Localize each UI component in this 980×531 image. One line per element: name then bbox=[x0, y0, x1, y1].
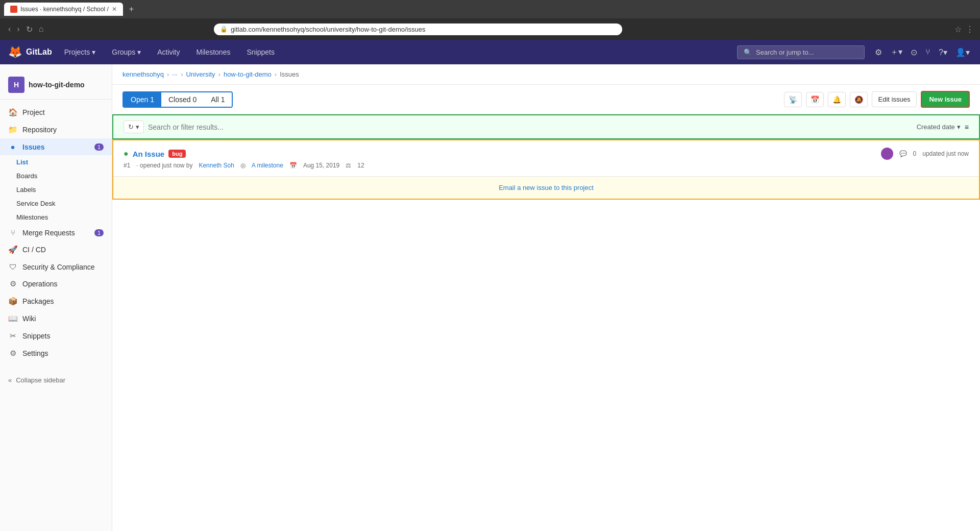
global-search[interactable]: 🔍 Search or jump to... bbox=[737, 45, 865, 59]
packages-icon: 📦 bbox=[8, 297, 17, 306]
sidebar-label-security-compliance: Security & Compliance bbox=[22, 263, 95, 271]
header-actions: 📡 📅 🔔 🔕 Edit issues New issue bbox=[784, 91, 970, 108]
main-content: kennethsohyq › ··· › University › how-to… bbox=[112, 64, 980, 531]
unsubscribe-button[interactable]: 🔕 bbox=[850, 92, 868, 107]
search-placeholder: Search or jump to... bbox=[756, 49, 814, 56]
sidebar-project-name: how-to-git-demo bbox=[29, 81, 85, 89]
nav-activity[interactable]: Activity bbox=[153, 46, 184, 58]
issue-updated-text: updated just now bbox=[922, 150, 969, 157]
tab-closed-label: Closed bbox=[168, 95, 191, 104]
filter-input[interactable] bbox=[148, 123, 913, 131]
issue-meta: #1 · opened just now by Kenneth Soh ◎ A … bbox=[124, 162, 969, 169]
tab-all[interactable]: All 1 bbox=[204, 92, 232, 107]
sidebar-label-packages: Packages bbox=[22, 297, 54, 305]
new-tab-button[interactable]: + bbox=[129, 5, 134, 14]
tab-close-button[interactable]: ✕ bbox=[112, 6, 117, 13]
sidebar-item-cicd[interactable]: 🚀 CI / CD bbox=[0, 241, 112, 258]
operations-icon: ⚙ bbox=[8, 279, 17, 288]
nav-activity-label: Activity bbox=[157, 48, 180, 56]
browser-tab[interactable]: Issues · kennethsohyq / School / ✕ bbox=[4, 3, 123, 16]
sidebar-item-labels[interactable]: Labels bbox=[0, 183, 112, 197]
refresh-chevron: ▾ bbox=[136, 123, 139, 131]
sidebar-item-settings[interactable]: ⚙ Settings bbox=[0, 345, 112, 362]
nav-projects[interactable]: Projects ▾ bbox=[60, 46, 100, 58]
sidebar-item-security-compliance[interactable]: 🛡 Security & Compliance bbox=[0, 258, 112, 275]
nav-user-avatar[interactable]: 👤▾ bbox=[953, 45, 972, 59]
security-icon: 🛡 bbox=[8, 262, 17, 271]
issue-author-link[interactable]: Kenneth Soh bbox=[199, 162, 234, 169]
new-issue-button[interactable]: New issue bbox=[921, 91, 970, 108]
edit-issues-button[interactable]: Edit issues bbox=[872, 91, 917, 107]
forward-button[interactable]: › bbox=[15, 22, 21, 36]
nav-milestones[interactable]: Milestones bbox=[192, 46, 235, 58]
issue-weight: 12 bbox=[357, 162, 364, 169]
calendar-button[interactable]: 📅 bbox=[806, 92, 824, 107]
extensions-button[interactable]: ⋮ bbox=[966, 25, 974, 34]
nav-projects-label: Projects bbox=[64, 48, 90, 56]
issue-tabs: Open 1 Closed 0 All 1 bbox=[122, 91, 233, 108]
issue-title-row: ● An Issue bug 💬 0 updated just now bbox=[124, 148, 969, 160]
breadcrumb-project[interactable]: how-to-git-demo bbox=[224, 70, 272, 78]
sidebar-project-header[interactable]: H how-to-git-demo bbox=[0, 70, 112, 100]
repository-icon: 📁 bbox=[8, 125, 17, 134]
sort-label: Created date bbox=[917, 123, 955, 131]
tab-open[interactable]: Open 1 bbox=[124, 92, 161, 107]
issues-icon: ● bbox=[8, 142, 17, 151]
issue-title[interactable]: An Issue bbox=[133, 150, 165, 158]
filter-refresh-button[interactable]: ↻ ▾ bbox=[124, 120, 144, 133]
sidebar-item-list[interactable]: List bbox=[0, 155, 112, 169]
tab-closed[interactable]: Closed 0 bbox=[161, 92, 204, 107]
breadcrumb-university[interactable]: University bbox=[186, 70, 215, 78]
sidebar-item-issues[interactable]: ● Issues 1 bbox=[0, 138, 112, 155]
sidebar-item-operations[interactable]: ⚙ Operations bbox=[0, 275, 112, 293]
breadcrumb-dots[interactable]: ··· bbox=[172, 70, 178, 78]
sidebar-item-boards[interactable]: Boards bbox=[0, 169, 112, 183]
sidebar-item-service-desk[interactable]: Service Desk bbox=[0, 197, 112, 210]
sidebar-label-merge-requests: Merge Requests bbox=[22, 229, 75, 237]
back-button[interactable]: ‹ bbox=[6, 22, 13, 36]
nav-mr-icon[interactable]: ⑂ bbox=[923, 45, 933, 59]
rss-button[interactable]: 📡 bbox=[784, 92, 802, 107]
email-issue-link[interactable]: Email a new issue to this project bbox=[499, 184, 594, 191]
tab-favicon bbox=[10, 6, 17, 13]
sidebar-item-merge-requests[interactable]: ⑂ Merge Requests 1 bbox=[0, 224, 112, 241]
collapse-sidebar-button[interactable]: « Collapse sidebar bbox=[0, 372, 112, 388]
sidebar-item-packages[interactable]: 📦 Packages bbox=[0, 293, 112, 310]
sidebar-item-snippets[interactable]: ✂ Snippets bbox=[0, 327, 112, 345]
sidebar-label-snippets: Snippets bbox=[22, 332, 50, 340]
url-bar[interactable]: 🔒 gitlab.com/kennethsohyq/school/univers… bbox=[214, 23, 622, 35]
sidebar-item-project[interactable]: 🏠 Project bbox=[0, 104, 112, 121]
nav-plus-icon[interactable]: ＋▾ bbox=[888, 45, 904, 60]
collapse-icon: « bbox=[8, 376, 12, 384]
ssl-lock-icon: 🔒 bbox=[220, 26, 228, 33]
issue-milestone-link[interactable]: A milestone bbox=[252, 162, 283, 169]
nav-groups[interactable]: Groups ▾ bbox=[108, 46, 145, 58]
nav-issues-icon[interactable]: ⊙ bbox=[909, 45, 919, 59]
filter-options-icon[interactable]: ≡ bbox=[965, 123, 969, 131]
reload-button[interactable]: ↻ bbox=[24, 22, 35, 36]
nav-snippets[interactable]: Snippets bbox=[242, 46, 278, 58]
tab-open-label: Open bbox=[131, 95, 148, 104]
address-bar: ‹ › ↻ ⌂ 🔒 gitlab.com/kennethsohyq/school… bbox=[0, 18, 980, 40]
nav-groups-chevron: ▾ bbox=[137, 48, 141, 56]
bookmarks-button[interactable]: ☆ bbox=[954, 25, 962, 34]
sidebar-item-repository[interactable]: 📁 Repository bbox=[0, 121, 112, 138]
breadcrumb-root[interactable]: kennethsohyq bbox=[122, 70, 164, 78]
project-icon: 🏠 bbox=[8, 108, 17, 117]
issue-assignee-avatar bbox=[881, 148, 893, 160]
sidebar-item-wiki[interactable]: 📖 Wiki bbox=[0, 310, 112, 327]
subscribe-button[interactable]: 🔔 bbox=[828, 92, 846, 107]
nav-help-icon[interactable]: ?▾ bbox=[937, 45, 949, 59]
filter-sort[interactable]: Created date ▾ bbox=[917, 123, 961, 131]
gitlab-logo[interactable]: 🦊 GitLab bbox=[8, 45, 52, 59]
tab-closed-count: 0 bbox=[192, 95, 197, 104]
breadcrumb-current: Issues bbox=[280, 70, 299, 78]
nav-admin-icon[interactable]: ⚙ bbox=[873, 45, 884, 59]
sidebar-label-boards: Boards bbox=[16, 172, 37, 180]
nav-milestones-label: Milestones bbox=[197, 48, 231, 56]
home-button[interactable]: ⌂ bbox=[37, 22, 46, 36]
breadcrumb-sep-1: › bbox=[167, 70, 169, 78]
url-text: gitlab.com/kennethsohyq/school/universit… bbox=[231, 26, 426, 33]
search-icon: 🔍 bbox=[744, 49, 752, 56]
sidebar-item-milestones[interactable]: Milestones bbox=[0, 210, 112, 224]
